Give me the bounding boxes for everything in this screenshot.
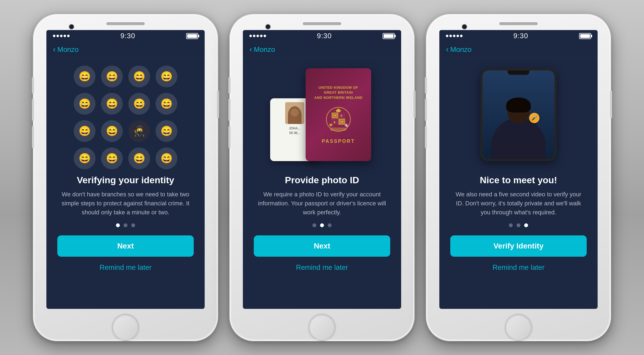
dot-3-1 — [509, 223, 513, 227]
svg-text:🦄: 🦄 — [344, 123, 348, 127]
emoji-ninja: 🥷 — [128, 120, 150, 142]
signal-indicator-3 — [446, 35, 463, 37]
page-dots-2 — [312, 223, 332, 227]
mic-badge: 🎤 — [529, 113, 539, 123]
signal-dot-3-2 — [449, 35, 452, 37]
svg-text:♞: ♞ — [333, 120, 336, 124]
volume-up-button[interactable] — [32, 99, 34, 121]
signal-dot-3-1 — [446, 35, 448, 37]
volume-down-button-3[interactable] — [425, 126, 427, 148]
screen-content-3: 🎤 Nice to meet you! We also need a five … — [439, 57, 598, 281]
volume-up-button-2[interactable] — [228, 99, 231, 121]
status-bar-2: 9:30 — [243, 30, 401, 42]
verify-identity-button[interactable]: Verify Identity — [450, 235, 587, 257]
signal-dot-3-3 — [453, 35, 455, 37]
signal-dot-3-5 — [460, 35, 463, 37]
phone-3: 9:30 ‹ Monzo — [426, 14, 611, 341]
emoji-10: 😄 — [101, 120, 123, 142]
id-person-silhouette — [288, 106, 302, 124]
svg-rect-13 — [330, 128, 347, 131]
back-button-3[interactable]: ‹ Monzo — [446, 45, 472, 54]
screen-1: 9:30 ‹ Monzo 😄 😄 😄 😄 😄 — [46, 30, 205, 309]
mute-button[interactable] — [32, 77, 34, 93]
screen-title-1: Verifying your identity — [77, 175, 174, 185]
signal-dot-2-4 — [260, 35, 263, 37]
dot-3-2 — [517, 223, 520, 227]
nav-back-label-2: Monzo — [254, 45, 275, 54]
status-time-3: 9:30 — [513, 32, 528, 40]
passport-container: JOHA... 05 06... UNITED KINGDOM OFGREAT … — [278, 68, 366, 167]
hair-silhouette — [506, 97, 531, 113]
video-illustration: 🎤 — [450, 66, 587, 169]
screen-content-1: 😄 😄 😄 😄 😄 😄 😄 😄 😄 😄 🥷 😄 😄 — [46, 57, 205, 281]
volume-down-button-2[interactable] — [228, 126, 231, 148]
chevron-left-icon: ‹ — [53, 45, 56, 54]
id-date: 05 06... — [289, 131, 300, 135]
inner-notch — [508, 70, 529, 75]
remind-later-button-1[interactable]: Remind me later — [57, 259, 194, 276]
status-bar-3: 9:30 — [439, 30, 598, 42]
passport-book: UNITED KINGDOM OFGREAT BRITAINAND NORTHE… — [306, 68, 371, 161]
power-button[interactable] — [217, 91, 219, 118]
battery-indicator-3 — [579, 33, 591, 39]
emoji-1: 😄 — [74, 66, 96, 87]
next-button-1[interactable]: Next — [57, 235, 194, 257]
front-camera-2 — [265, 24, 271, 29]
speaker — [106, 22, 145, 25]
power-button-3[interactable] — [610, 91, 612, 118]
signal-dot-2 — [56, 35, 59, 37]
back-button-1[interactable]: ‹ Monzo — [53, 45, 79, 54]
phone-1: 9:30 ‹ Monzo 😄 😄 😄 😄 😄 — [33, 14, 218, 341]
emoji-4: 😄 — [156, 66, 177, 87]
emoji-2: 😄 — [101, 66, 123, 87]
battery-fill — [187, 34, 197, 38]
home-button-2[interactable] — [308, 314, 336, 341]
id-photo — [285, 102, 304, 124]
nav-back-label-1: Monzo — [57, 45, 79, 54]
signal-dot-2-5 — [264, 35, 266, 37]
dot-1-3 — [131, 223, 135, 227]
remind-later-button-3[interactable]: Remind me later — [450, 259, 587, 276]
volume-down-button[interactable] — [32, 126, 34, 148]
status-bar: 9:30 — [46, 30, 205, 42]
svg-text:🦁: 🦁 — [340, 120, 344, 124]
page-dots-1 — [116, 223, 135, 227]
passport-country: UNITED KINGDOM OFGREAT BRITAINAND NORTHE… — [314, 85, 363, 100]
nav-bar-1: ‹ Monzo — [46, 42, 205, 57]
screen-3: 9:30 ‹ Monzo — [439, 30, 598, 309]
nav-bar-3: ‹ Monzo — [439, 42, 598, 57]
power-button-2[interactable] — [413, 91, 416, 118]
signal-dot-3-4 — [457, 35, 459, 37]
person-container — [491, 102, 546, 159]
chevron-left-icon-2: ‹ — [249, 45, 252, 54]
emoji-6: 😄 — [101, 93, 123, 115]
signal-dot-5 — [67, 35, 70, 37]
emoji-5: 😄 — [74, 93, 96, 115]
home-button-3[interactable] — [505, 314, 532, 341]
svg-text:♞: ♞ — [340, 114, 343, 117]
signal-dot-4 — [64, 35, 66, 37]
emoji-grid: 😄 😄 😄 😄 😄 😄 😄 😄 😄 😄 🥷 😄 😄 — [68, 60, 183, 175]
next-button-2[interactable]: Next — [254, 235, 390, 257]
person-head-3 — [508, 102, 529, 123]
emoji-3: 😄 — [128, 66, 150, 87]
person-body-3 — [491, 118, 546, 159]
svg-text:🦁: 🦁 — [333, 113, 337, 117]
front-camera-3 — [462, 24, 467, 29]
battery-indicator — [186, 33, 198, 39]
emoji-12: 😄 — [156, 120, 177, 142]
status-time: 9:30 — [120, 32, 135, 40]
inner-phone-frame: 🎤 — [480, 68, 557, 161]
volume-up-button-3[interactable] — [425, 99, 427, 121]
back-button-2[interactable]: ‹ Monzo — [249, 45, 275, 54]
emoji-7: 😄 — [128, 93, 150, 115]
remind-later-button-2[interactable]: Remind me later — [254, 259, 390, 276]
passport-label: PASSPORT — [322, 138, 355, 144]
home-button-1[interactable] — [112, 314, 139, 341]
battery-indicator-2 — [383, 33, 395, 39]
mute-button-3[interactable] — [425, 77, 427, 93]
speaker-3 — [499, 22, 538, 25]
screen-body-1: We don't have branches so we need to tak… — [57, 190, 194, 217]
mute-button-2[interactable] — [228, 77, 231, 93]
svg-marker-6 — [336, 108, 341, 112]
